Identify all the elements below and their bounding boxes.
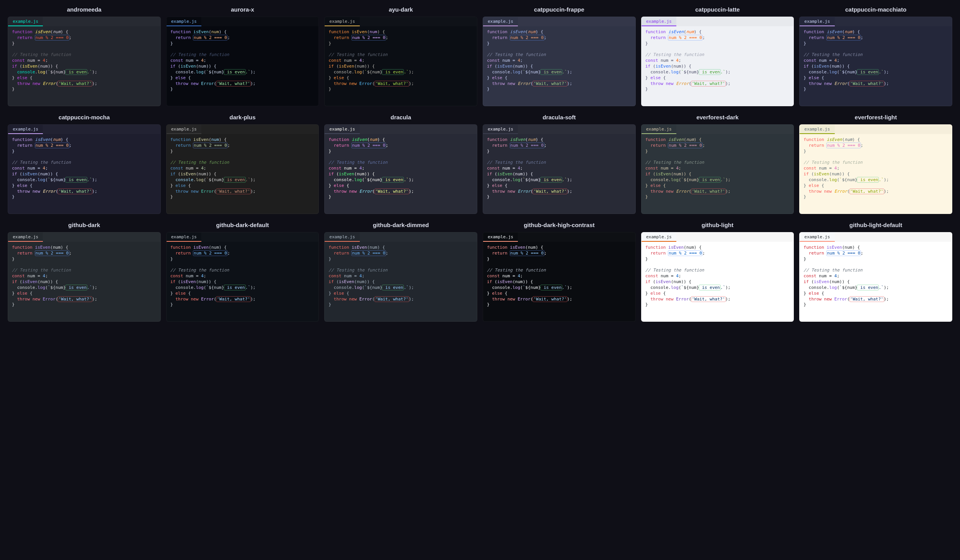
code-token [824,143,827,148]
file-tab[interactable]: example.js [483,125,518,134]
code-area[interactable]: function isEven(num) { return num % 2 ==… [800,242,952,321]
code-token: ); [567,70,572,75]
file-tab[interactable]: example.js [167,125,201,134]
code-area[interactable]: function isEven(num) { return num % 2 ==… [800,26,952,106]
file-tab[interactable]: example.js [325,17,359,26]
code-token: // Testing the function [170,160,229,165]
code-token: ) { [536,245,543,250]
code-area[interactable]: function isEven(num) { return num % 2 ==… [483,242,635,321]
code-token: new [191,189,199,194]
code-area[interactable]: function isEven(num) { return num % 2 ==… [483,26,635,106]
code-area[interactable]: function isEven(num) { return num % 2 ==… [167,26,319,106]
code-token: num [369,29,377,34]
code-area[interactable]: function isEven(num) { return num % 2 ==… [167,134,319,214]
code-area[interactable]: function isEven(num) { return num % 2 ==… [483,134,635,214]
file-tab[interactable]: example.js [325,232,359,242]
code-token: ); [884,297,889,302]
code-area[interactable]: function isEven(num) { return num % 2 ==… [8,26,160,106]
file-tab[interactable]: example.js [167,17,201,26]
code-token [487,35,492,40]
code-area[interactable]: function isEven(num) { return num % 2 ==… [642,134,794,214]
code-token: num [56,177,63,182]
code-content: function isEven(num) { return num % 2 ==… [12,29,157,92]
code-token: ) { [536,29,543,34]
code-token [188,81,191,86]
code-token: is even [699,177,720,182]
file-tab[interactable]: example.js [8,17,43,26]
code-token: else [809,75,819,80]
code-token: . [352,177,354,182]
code-area[interactable]: function isEven(num) { return num % 2 ==… [167,242,319,321]
code-token: ( [809,279,814,284]
code-area[interactable]: function isEven(num) { return num % 2 ==… [8,242,160,321]
code-token: console [334,285,352,290]
file-tab[interactable]: example.js [8,125,43,134]
code-token: log [512,285,520,290]
code-token: if [170,64,175,69]
code-token: return [175,143,191,148]
code-token: ); [409,285,414,290]
file-tab[interactable]: example.js [167,232,201,242]
code-token: )) { [523,171,533,176]
code-token: num [214,285,221,290]
file-tab[interactable]: example.js [483,232,518,242]
file-tab[interactable]: example.js [642,125,676,134]
code-token: num [847,285,855,290]
code-area[interactable]: function isEven(num) { return num % 2 ==… [325,242,477,321]
code-token: is even [66,177,87,182]
code-area[interactable]: function isEven(num) { return num % 2 ==… [325,26,477,106]
code-area[interactable]: function isEven(num) { return num % 2 ==… [325,134,477,214]
file-tab[interactable]: example.js [800,17,834,26]
code-token [12,70,17,75]
code-token: ( [684,29,686,34]
code-token: // Testing the function [803,160,862,165]
file-tab[interactable]: example.js [8,232,43,242]
code-area[interactable]: function isEven(num) { return num % 2 ==… [800,134,952,214]
code-token: num [502,58,510,63]
code-token: } [170,87,173,92]
file-tab[interactable]: example.js [642,17,676,26]
code-token: ) { [694,137,702,142]
code-token: is even [857,70,878,75]
code-token: { [344,183,349,188]
code-token: ( [209,245,211,250]
file-tab[interactable]: example.js [483,17,518,26]
code-token: if [170,279,175,284]
code-token [12,81,17,86]
code-token: ); [250,81,255,86]
code-token: ) { [377,245,385,250]
code-token [663,81,666,86]
file-tab[interactable]: example.js [800,125,834,134]
code-token: is even [699,285,720,290]
file-tab[interactable]: example.js [642,232,676,242]
code-token: Error [201,81,214,86]
code-token: 'Wait, what?' [850,81,884,86]
code-token: ( [650,171,655,176]
code-token: ` [839,70,842,75]
code-token: 'Wait, what?' [533,81,567,86]
code-area[interactable]: function isEven(num) { return num % 2 ==… [642,242,794,321]
code-token: ); [92,285,97,290]
code-token: } [329,256,331,261]
code-token: isEven [827,137,842,142]
code-token: . [87,177,90,182]
code-token: ( [512,279,515,284]
code-area[interactable]: function isEven(num) { return num % 2 ==… [642,26,794,106]
code-token: new [507,297,515,302]
code-token: ` [248,285,250,290]
file-tab[interactable]: example.js [800,232,834,242]
code-token: ) { [219,245,227,250]
code-token [487,70,492,75]
code-token: ( [684,245,686,250]
code-token: isEven [668,29,684,34]
code-token: else [334,291,344,296]
code-token: ); [725,297,730,302]
theme-title: github-light-default [799,219,952,232]
code-token [357,189,359,194]
file-tab[interactable]: example.js [325,125,359,134]
code-token: ); [92,70,97,75]
code-token: 'Wait, what?' [216,297,250,302]
code-token: throw [650,81,663,86]
code-token: ( [175,279,180,284]
code-area[interactable]: function isEven(num) { return num % 2 ==… [8,134,160,214]
